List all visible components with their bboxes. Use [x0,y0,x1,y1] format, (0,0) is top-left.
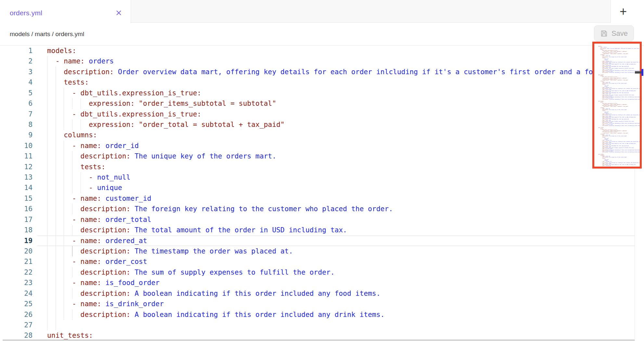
code-line[interactable]: 27 [0,320,644,330]
code-text: models: [47,46,76,56]
syntax-token: not_null [93,173,130,181]
new-tab-button[interactable]: + [616,4,630,19]
syntax-token: tests: [47,163,106,171]
minimap-line: description: Order overview data mart, o… [598,48,640,49]
code-text: - name: ordered_at [47,236,147,246]
syntax-token: orders [84,57,114,65]
code-line[interactable]: 19 - name: ordered_at [0,236,644,246]
syntax-token: Order overview data mart, offering key d… [114,68,644,76]
code-line[interactable]: 21 - name: order_cost [0,256,644,267]
code-text: description: Order overview data mart, o… [47,67,644,77]
line-number: 14 [0,183,32,193]
code-line[interactable]: 3 description: Order overview data mart,… [0,67,644,77]
code-line[interactable]: 26 description: A boolean indicating if … [0,309,644,320]
code-line[interactable]: 17 - name: order_total [0,214,644,225]
horizontal-scrollbar[interactable] [3,339,635,341]
code-editor[interactable]: 1models:2 - name: orders3 description: O… [0,46,644,341]
code-text: description: A boolean indicating if thi… [47,288,380,299]
code-text: columns: [47,130,97,140]
syntax-token: order_total [101,215,151,224]
ide-window: orders.yml + models / marts / orders.yml… [0,0,644,341]
code-line[interactable]: 15 - name: customer_id [0,193,644,204]
code-text: - name: orders [47,56,114,66]
minimap-line: description: A boolean indicating if thi… [598,152,640,153]
code-line[interactable]: 10 - name: order_id [0,141,644,151]
code-text: expression: "order_total = subtotal + ta… [47,119,285,130]
line-number: 5 [0,88,32,98]
syntax-token: expression: "order_items_subtotal = subt… [47,99,276,107]
code-line[interactable]: 4 tests: [0,77,644,88]
code-text: description: The sum of supply expenses … [47,267,335,278]
close-icon[interactable] [114,9,123,17]
syntax-token: columns: [47,131,97,139]
code-line[interactable]: 7 - dbt_utils.expression_is_true: [0,109,644,119]
line-number: 23 [0,278,32,288]
line-number: 18 [0,225,32,235]
line-number: 11 [0,151,32,161]
line-number: 13 [0,172,32,183]
syntax-token: The sum of supply expenses to fulfill th… [130,268,334,276]
tab-orders-yml[interactable]: orders.yml [0,0,131,23]
line-number: 1 [0,46,32,56]
syntax-token: description: [47,152,130,160]
code-line[interactable]: 18 description: The total amount of the … [0,225,644,235]
code-line[interactable]: 14 - unique [0,183,644,193]
plus-icon: + [620,5,627,19]
code-text: - not_null [47,172,130,183]
code-line[interactable]: 13 - not_null [0,172,644,183]
code-line[interactable]: 5 - dbt_utils.expression_is_true: [0,88,644,98]
syntax-token: is_food_order [101,279,160,287]
code-text: - name: order_total [47,214,151,225]
code-line[interactable]: 6 expression: "order_items_subtotal = su… [0,98,644,109]
breadcrumb[interactable]: models / marts / orders.yml [10,31,84,38]
syntax-token: The unique key of the orders mart. [130,152,276,160]
syntax-token: The foreign key relating to the customer… [130,205,393,213]
save-button-label: Save [612,29,628,38]
syntax-token: models: [47,47,76,55]
code-line[interactable]: 23 - name: is_food_order [0,278,644,288]
syntax-token: description: [47,310,130,319]
syntax-token: - name: [47,279,101,287]
syntax-token: - name: [47,142,101,150]
syntax-token: description: [47,289,130,297]
code-line[interactable]: 12 tests: [0,162,644,172]
indent-guide [56,320,56,330]
syntax-token: - name: [47,57,84,65]
syntax-token: order_id [101,142,139,150]
code-line[interactable]: 20 description: The timestamp the order … [0,246,644,256]
code-text: description: A boolean indicating if thi… [47,309,385,320]
syntax-token: customer_id [101,194,151,202]
line-number: 20 [0,246,32,256]
line-number: 9 [0,130,32,140]
code-line[interactable]: 2 - name: orders [0,56,644,66]
code-line[interactable]: 16 description: The foreign key relating… [0,204,644,214]
line-number: 27 [0,320,32,330]
indent-guide [47,320,47,330]
line-number: 16 [0,204,32,214]
line-number: 12 [0,162,32,172]
code-line[interactable]: 9 columns: [0,130,644,140]
code-line[interactable]: 11 description: The unique key of the or… [0,151,644,161]
code-line[interactable]: 8 expression: "order_total = subtotal + … [0,119,644,130]
minimap-content: models: - name: orders description: Orde… [594,44,640,169]
code-line[interactable]: 24 description: A boolean indicating if … [0,288,644,299]
minimap-line: description: A boolean indicating if thi… [598,99,640,100]
code-text: - name: is_food_order [47,278,160,288]
minimap[interactable]: models: - name: orders description: Orde… [592,42,642,169]
cursor-scroll-marker-icon [641,69,643,76]
syntax-token: The total amount of the order in USD inc… [130,226,347,234]
code-line[interactable]: 1models: [0,46,644,56]
syntax-token: description: [47,226,130,234]
code-text: description: The timestamp the order was… [47,246,293,256]
line-number: 24 [0,288,32,299]
code-text: description: The total amount of the ord… [47,225,347,235]
code-text: description: The foreign key relating to… [47,204,393,214]
syntax-token: ordered_at [101,237,147,245]
save-button[interactable]: Save [594,25,634,41]
code-line[interactable]: 25 - name: is_drink_order [0,299,644,309]
line-number: 22 [0,267,32,278]
code-line[interactable]: 22 description: The sum of supply expens… [0,267,644,278]
syntax-token: A boolean indicating if this order inclu… [130,310,384,319]
syntax-token: - [47,173,93,181]
syntax-token: tests: [47,78,89,86]
